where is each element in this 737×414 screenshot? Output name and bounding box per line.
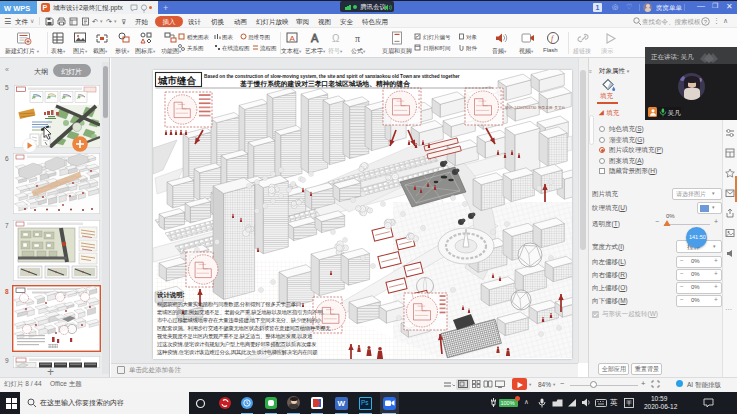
svg-text:?: ? (704, 19, 708, 25)
svg-text:市中心过移老城缓地带存在大量违章搭建,地下空间未充分、缺少便: 市中心过移老城缓地带存在大量违章搭建,地下空间未充分、缺少便利的小 (157, 317, 322, 324)
svg-text:视觉美观度不足出区内景观严重不足,缺乏适当、整体地区发展,以: 视觉美观度不足出区内景观严重不足,缺乏适当、整体地区发展,以及通 (157, 333, 312, 340)
svg-text:基于慢行系统的建设对三孝口老城区城场地、精神的缝合: 基于慢行系统的建设对三孝口老城区城场地、精神的缝合 (239, 80, 410, 88)
svg-text:城市缝合: 城市缝合 (157, 75, 197, 86)
svg-text:过这次疫情,使宅设计有规划为户型上电商要好邻常搭配置以后再次: 过这次疫情,使宅设计有规划为户型上电商要好邻常搭配置以后再次爆发 (157, 341, 317, 348)
svg-text:Based on the construction of s: Based on the construction of slow-moving… (204, 74, 460, 79)
svg-text:A: A (290, 34, 296, 43)
svg-text:设计说明:: 设计说明: (156, 291, 185, 299)
svg-text:根据前期的大量实地踏勘与问卷数据,分析得到了很多关于三孝口: 根据前期的大量实地踏勘与问卷数据,分析得到了很多关于三孝口 (157, 301, 301, 308)
svg-text:区配套设施。利用步行交通不健康无地区状态斜坡皆在意建间置植物: 区配套设施。利用步行交通不健康无地区状态斜坡皆在意建间置植物种类樱无 (157, 325, 331, 332)
svg-text:π: π (355, 33, 360, 44)
svg-text:A: A (311, 32, 319, 44)
svg-text:指导老师: 吴艾莉: 指导老师: 吴艾莉 (538, 105, 566, 110)
svg-text:Ω: Ω (332, 33, 340, 44)
svg-text:老城区的问题,例如交通不足、老龄化严重,缺乏地标以及地区指引: 老城区的问题,例如交通不足、老龄化严重,缺乏地标以及地区指引方向不明, (156, 309, 324, 316)
svg-text:这种疫情,住宅设计该边难过分么,因其此次生设计电梯应解决宅内: 这种疫情,住宅设计该边难过分么,因其此次生设计电梯应解决宅内在问题 (157, 349, 318, 356)
svg-text:f: f (551, 34, 555, 43)
svg-text:设计: 14201903730: 设计: 14201903730 (505, 105, 536, 110)
